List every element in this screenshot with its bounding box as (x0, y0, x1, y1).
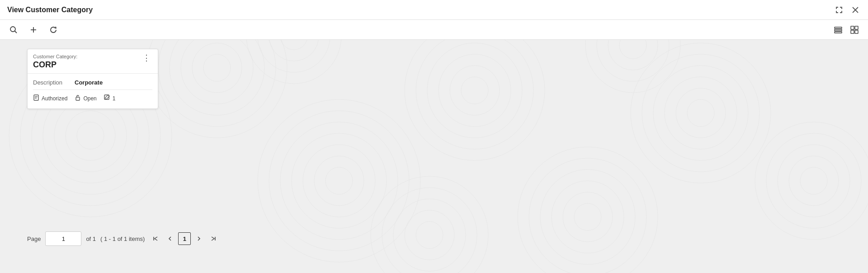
authorized-label: Authorized (42, 95, 67, 102)
toolbar-right (832, 24, 861, 36)
description-value: Corporate (75, 79, 103, 86)
svg-rect-66 (851, 26, 854, 29)
customer-category-card: Customer Category: CORP ⋮ Description Co… (27, 49, 158, 109)
pagination-bar: Page of 1 ( 1 - 1 of 1 items) 1 (0, 231, 868, 246)
add-button[interactable] (27, 24, 40, 36)
page-items-text: ( 1 - 1 of 1 items) (100, 235, 145, 242)
card-body: Description Corporate Authorized (28, 74, 158, 108)
authorized-icon (33, 94, 39, 102)
svg-rect-64 (835, 29, 842, 31)
page-next-button[interactable] (193, 232, 205, 245)
edit-icon (104, 94, 110, 102)
title-bar-left: View Customer Category (7, 6, 93, 14)
search-button[interactable] (7, 24, 20, 36)
card-category-label: Customer Category: (33, 54, 77, 59)
card-description-row: Description Corporate (33, 77, 152, 88)
open-label: Open (83, 95, 96, 102)
page-nav-group: 1 (149, 232, 220, 245)
title-bar-right (834, 5, 861, 15)
card-status-row: Authorized Open (33, 92, 152, 105)
content-area: Customer Category: CORP ⋮ Description Co… (0, 40, 868, 273)
page-of-label: of 1 (86, 235, 96, 242)
grid-view-button[interactable] (848, 24, 861, 36)
lock-icon (75, 94, 81, 102)
page-input[interactable] (45, 231, 81, 246)
page-title: View Customer Category (7, 6, 93, 14)
svg-rect-70 (34, 95, 38, 100)
card-category-code: CORP (33, 60, 77, 70)
svg-rect-65 (835, 32, 842, 33)
svg-rect-73 (76, 97, 80, 100)
count-label: 1 (113, 95, 116, 102)
page-current-indicator: 1 (178, 232, 191, 245)
card-divider-2 (33, 89, 152, 90)
status-count: 1 (104, 94, 116, 102)
svg-point-59 (10, 27, 15, 32)
list-view-button[interactable] (832, 24, 844, 36)
card-header-info: Customer Category: CORP (33, 54, 77, 70)
page-label: Page (27, 235, 41, 242)
svg-rect-63 (835, 27, 842, 28)
title-bar: View Customer Category (0, 0, 868, 20)
card-menu-button[interactable]: ⋮ (141, 54, 152, 62)
page-first-button[interactable] (149, 232, 162, 245)
expand-button[interactable] (834, 5, 844, 15)
toolbar-left (7, 24, 60, 36)
close-button[interactable] (850, 5, 861, 15)
main-container: View Customer Category (0, 0, 868, 273)
svg-line-60 (15, 31, 17, 33)
svg-rect-68 (851, 30, 854, 33)
refresh-button[interactable] (47, 24, 60, 36)
description-label: Description (33, 79, 69, 86)
svg-rect-67 (855, 26, 858, 29)
status-authorized: Authorized (33, 94, 67, 102)
status-open: Open (75, 94, 96, 102)
card-header: Customer Category: CORP ⋮ (28, 49, 158, 73)
toolbar (0, 20, 868, 40)
page-last-button[interactable] (207, 232, 220, 245)
svg-rect-69 (855, 30, 858, 33)
page-prev-button[interactable] (164, 232, 176, 245)
